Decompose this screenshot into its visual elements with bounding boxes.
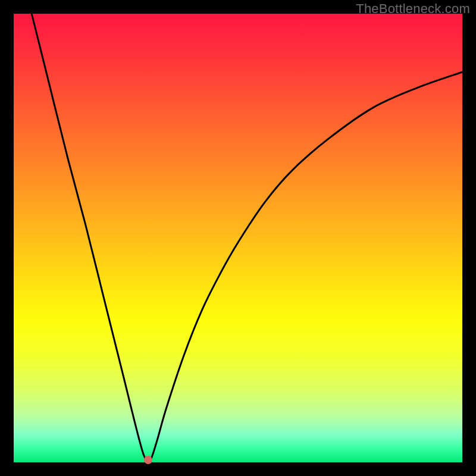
chart-frame: TheBottleneck.com	[0, 0, 476, 476]
plot-area	[14, 14, 462, 462]
minimum-marker	[144, 456, 152, 464]
bottleneck-curve	[14, 14, 462, 462]
watermark-text: TheBottleneck.com	[356, 1, 470, 17]
